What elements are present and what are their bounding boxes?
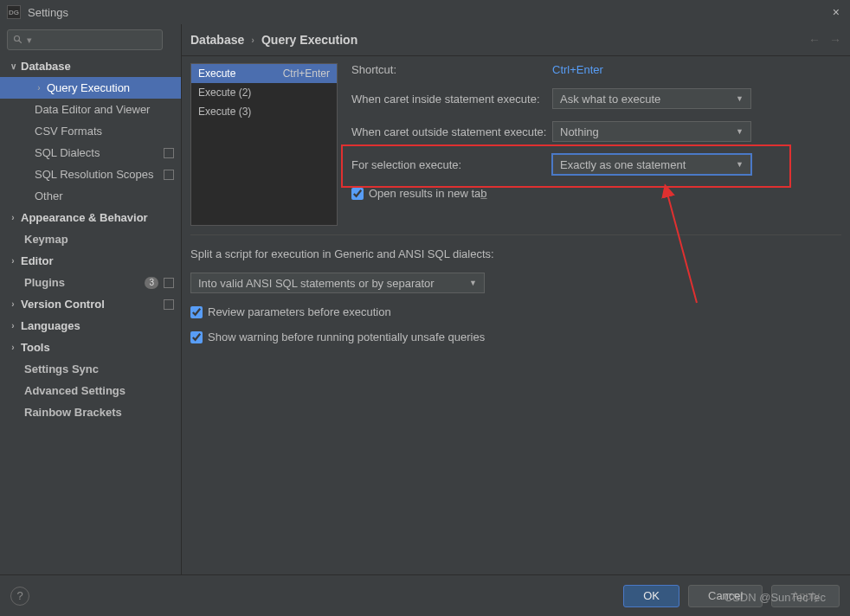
sidebar-item-csv-formats[interactable]: CSV Formats xyxy=(0,120,181,142)
chevron-down-icon: ∨ xyxy=(9,61,17,71)
search-icon xyxy=(13,35,23,45)
chevron-down-icon: ▼ xyxy=(736,94,744,103)
split-label: Split a script for execution in Generic … xyxy=(190,247,841,260)
breadcrumb-leaf: Query Execution xyxy=(261,33,357,47)
chevron-down-icon: ▼ xyxy=(736,160,744,169)
unsafe-warning-label: Show warning before running potentially … xyxy=(208,330,485,343)
sidebar-item-appearance[interactable]: ›Appearance & Behavior xyxy=(0,207,181,228)
chevron-right-icon: › xyxy=(9,213,17,222)
sidebar-item-label: Data Editor and Viewer xyxy=(35,103,150,116)
list-item-label: Execute xyxy=(198,67,235,80)
selection-combo[interactable]: Exactly as one statement▼ xyxy=(552,154,751,175)
combo-value: Ask what to execute xyxy=(560,93,660,106)
content-panel: Database › Query Execution ← → ExecuteCt… xyxy=(182,24,850,574)
sidebar-item-label: Version Control xyxy=(21,298,105,311)
svg-point-0 xyxy=(15,36,20,42)
sidebar-item-keymap[interactable]: Keymap xyxy=(0,228,181,250)
window-title: Settings xyxy=(28,6,829,19)
combo-value: Into valid ANSI SQL statements or by sep… xyxy=(198,277,435,290)
sidebar-item-other[interactable]: Other xyxy=(0,185,181,207)
settings-tree: ∨Database ›Query Execution Data Editor a… xyxy=(0,55,181,574)
open-results-label: Open results in new tab xyxy=(369,187,487,200)
chevron-right-icon: › xyxy=(35,83,43,93)
sidebar-item-label: Other xyxy=(35,189,63,202)
nav-forward-icon[interactable]: → xyxy=(829,33,841,47)
combo-value: Nothing xyxy=(560,125,599,138)
sidebar-item-label: Rainbow Brackets xyxy=(24,406,122,419)
help-button[interactable]: ? xyxy=(10,587,29,606)
sidebar-item-editor[interactable]: ›Editor xyxy=(0,250,181,272)
inside-combo[interactable]: Ask what to execute▼ xyxy=(552,88,751,109)
execute-list: ExecuteCtrl+Enter Execute (2) Execute (3… xyxy=(190,63,338,226)
outside-combo[interactable]: Nothing▼ xyxy=(552,121,751,142)
list-item-shortcut: Ctrl+Enter xyxy=(283,67,330,80)
shortcut-label: Shortcut: xyxy=(351,63,552,76)
sidebar-item-label: Appearance & Behavior xyxy=(21,211,148,224)
sidebar-item-sql-dialects[interactable]: SQL Dialects xyxy=(0,142,181,164)
ok-button[interactable]: OK xyxy=(623,585,679,607)
review-params-checkbox[interactable] xyxy=(190,306,203,318)
sidebar-item-tools[interactable]: ›Tools xyxy=(0,337,181,358)
sidebar-item-sql-resolution[interactable]: SQL Resolution Scopes xyxy=(0,164,181,185)
sidebar-item-label: Tools xyxy=(21,341,50,354)
review-params-label: Review parameters before execution xyxy=(208,305,391,318)
sidebar-item-label: Languages xyxy=(21,319,80,332)
sidebar-item-label: Database xyxy=(21,60,71,73)
plugins-badge: 3 xyxy=(145,277,158,289)
sidebar-item-label: Settings Sync xyxy=(24,363,99,375)
app-icon: DG xyxy=(7,5,21,19)
execute-list-item[interactable]: ExecuteCtrl+Enter xyxy=(191,64,337,83)
inside-label: When caret inside statement execute: xyxy=(351,93,552,106)
chevron-right-icon: › xyxy=(9,321,17,330)
list-item-label: Execute (3) xyxy=(198,106,251,118)
unsafe-warning-checkbox[interactable] xyxy=(190,331,203,343)
sidebar-item-languages[interactable]: ›Languages xyxy=(0,315,181,337)
list-item-label: Execute (2) xyxy=(198,87,251,99)
titlebar: DG Settings × xyxy=(0,0,850,24)
project-icon xyxy=(164,299,174,310)
sidebar-item-label: Keymap xyxy=(24,233,68,246)
outside-label: When caret outside statement execute: xyxy=(351,125,552,138)
chevron-right-icon: › xyxy=(9,343,17,352)
breadcrumb-sep: › xyxy=(251,35,254,45)
sidebar-item-label: Query Execution xyxy=(47,81,130,94)
sidebar-item-advanced[interactable]: Advanced Settings xyxy=(0,380,181,401)
chevron-down-icon: ▼ xyxy=(736,127,744,136)
search-input[interactable]: ▾ xyxy=(7,29,163,50)
sidebar: ▾ ∨Database ›Query Execution Data Editor… xyxy=(0,24,182,574)
sidebar-item-version-control[interactable]: ›Version Control xyxy=(0,293,181,315)
close-icon[interactable]: × xyxy=(829,5,843,19)
execute-list-item[interactable]: Execute (3) xyxy=(191,102,337,121)
nav-back-icon[interactable]: ← xyxy=(808,33,821,47)
svg-line-1 xyxy=(19,41,22,43)
chevron-down-icon: ▼ xyxy=(469,279,477,287)
sidebar-item-database[interactable]: ∨Database xyxy=(0,55,181,77)
breadcrumb-root[interactable]: Database xyxy=(190,33,244,47)
sidebar-item-label: SQL Resolution Scopes xyxy=(35,168,154,181)
combo-value: Exactly as one statement xyxy=(560,158,686,171)
project-icon xyxy=(164,148,174,158)
project-icon xyxy=(164,278,174,288)
sidebar-item-label: CSV Formats xyxy=(35,125,102,138)
sidebar-item-label: Plugins xyxy=(24,276,65,289)
footer: ? OK Cancel Apply xyxy=(0,574,850,616)
split-combo[interactable]: Into valid ANSI SQL statements or by sep… xyxy=(190,273,485,293)
breadcrumb: Database › Query Execution ← → xyxy=(182,24,850,55)
sidebar-item-label: SQL Dialects xyxy=(35,146,100,159)
sidebar-item-query-execution[interactable]: ›Query Execution xyxy=(0,77,181,99)
open-results-checkbox[interactable] xyxy=(351,188,364,200)
project-icon xyxy=(164,170,174,180)
chevron-right-icon: › xyxy=(9,299,17,309)
sidebar-item-rainbow[interactable]: Rainbow Brackets xyxy=(0,401,181,423)
cancel-button[interactable]: Cancel xyxy=(688,585,763,607)
execute-list-item[interactable]: Execute (2) xyxy=(191,83,337,102)
sidebar-item-label: Editor xyxy=(21,254,54,267)
sidebar-item-plugins[interactable]: Plugins3 xyxy=(0,272,181,293)
chevron-right-icon: › xyxy=(9,256,17,266)
sidebar-item-settings-sync[interactable]: Settings Sync xyxy=(0,358,181,380)
apply-button[interactable]: Apply xyxy=(771,585,840,607)
sidebar-item-data-editor[interactable]: Data Editor and Viewer xyxy=(0,99,181,120)
shortcut-link[interactable]: Ctrl+Enter xyxy=(552,63,603,76)
sidebar-item-label: Advanced Settings xyxy=(24,384,126,397)
selection-label: For selection execute: xyxy=(351,158,552,171)
